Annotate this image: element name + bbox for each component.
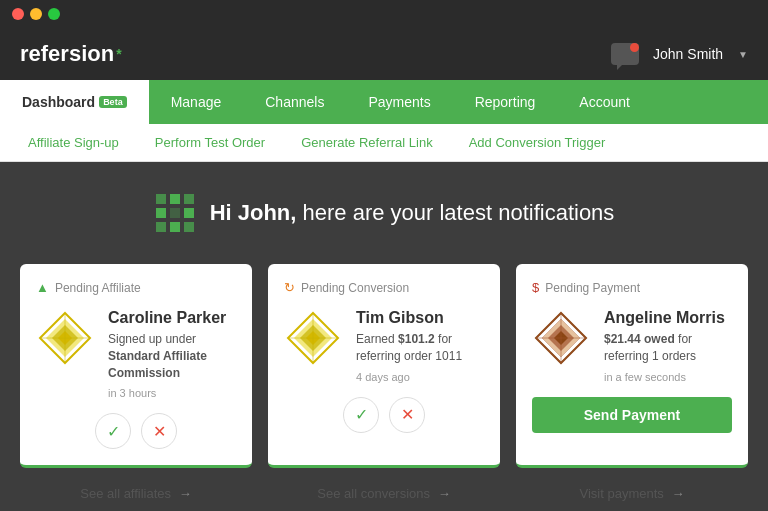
card-info-conversion: Tim Gibson Earned $101.2 for referring o… [356, 309, 484, 383]
send-payment-button[interactable]: Send Payment [532, 397, 732, 433]
card-type-conversion: Pending Conversion [301, 281, 409, 295]
card-body-conversion: Tim Gibson Earned $101.2 for referring o… [284, 309, 484, 383]
visit-payments-link[interactable]: Visit payments → [516, 486, 748, 501]
nav-payments-label: Payments [368, 94, 430, 110]
title-bar [0, 0, 768, 28]
svg-rect-2 [184, 194, 194, 204]
svg-rect-6 [156, 222, 166, 232]
nav-account-label: Account [579, 94, 630, 110]
reject-button[interactable]: ✕ [141, 413, 177, 449]
maximize-dot[interactable] [48, 8, 60, 20]
svg-rect-4 [170, 208, 180, 218]
subnav-conversion-trigger[interactable]: Add Conversion Trigger [451, 124, 624, 161]
conversion-time: 4 days ago [356, 371, 484, 383]
nav-item-channels[interactable]: Channels [243, 80, 346, 124]
arrow-icon-affiliates: → [179, 486, 192, 501]
chat-bubble [611, 43, 639, 65]
nav-reporting-label: Reporting [475, 94, 536, 110]
see-all-affiliates-link[interactable]: See all affiliates → [20, 486, 252, 501]
card-header-conversion: ↻ Pending Conversion [284, 280, 484, 295]
greeting-text: Hi John, here are your latest notificati… [210, 200, 615, 226]
chat-icon[interactable] [609, 40, 641, 68]
nav-item-reporting[interactable]: Reporting [453, 80, 558, 124]
card-type-affiliate: Pending Affiliate [55, 281, 141, 295]
card-header-payment: $ Pending Payment [532, 280, 732, 295]
user-name: John Smith [653, 46, 723, 62]
affiliate-time: in 3 hours [108, 387, 236, 399]
card-pending-affiliate: ▲ Pending Affiliate [20, 264, 252, 468]
avatar-caroline [36, 309, 94, 367]
svg-rect-8 [184, 222, 194, 232]
header-right: John Smith ▼ [609, 40, 748, 68]
conversion-name: Tim Gibson [356, 309, 484, 327]
card-header-affiliate: ▲ Pending Affiliate [36, 280, 236, 295]
refresh-icon: ↻ [284, 280, 295, 295]
nav-item-dashboard[interactable]: Dashboard Beta [0, 80, 149, 124]
nav-channels-label: Channels [265, 94, 324, 110]
svg-rect-3 [156, 208, 166, 218]
reject-conversion-button[interactable]: ✕ [389, 397, 425, 433]
nav-manage-label: Manage [171, 94, 222, 110]
main-nav: Dashboard Beta Manage Channels Payments … [0, 80, 768, 124]
nav-item-manage[interactable]: Manage [149, 80, 244, 124]
sub-nav: Affiliate Sign-up Perform Test Order Gen… [0, 124, 768, 162]
greeting-rest: here are your latest notifications [296, 200, 614, 225]
person-icon: ▲ [36, 280, 49, 295]
subnav-referral-link[interactable]: Generate Referral Link [283, 124, 451, 161]
header: refersion* John Smith ▼ [0, 28, 768, 80]
card-type-payment: Pending Payment [545, 281, 640, 295]
see-all-conversions-link[interactable]: See all conversions → [268, 486, 500, 501]
card-actions-affiliate: ✓ ✕ [36, 413, 236, 449]
beta-badge: Beta [99, 96, 127, 108]
approve-button[interactable]: ✓ [95, 413, 131, 449]
avatar-tim [284, 309, 342, 367]
payment-time: in a few seconds [604, 371, 732, 383]
close-dot[interactable] [12, 8, 24, 20]
cards-row: ▲ Pending Affiliate [20, 264, 748, 468]
logo[interactable]: refersion* [20, 41, 122, 67]
chevron-down-icon[interactable]: ▼ [738, 49, 748, 60]
minimize-dot[interactable] [30, 8, 42, 20]
nav-item-payments[interactable]: Payments [346, 80, 452, 124]
card-actions-conversion: ✓ ✕ [284, 397, 484, 433]
logo-text: refersion [20, 41, 114, 67]
nav-dashboard-label: Dashboard [22, 94, 95, 110]
arrow-icon-payments: → [671, 486, 684, 501]
avatar-angeline [532, 309, 590, 367]
payment-name: Angeline Morris [604, 309, 732, 327]
arrow-icon-conversions: → [438, 486, 451, 501]
conversion-desc: Earned $101.2 for referring order 1011 [356, 331, 484, 365]
svg-rect-5 [184, 208, 194, 218]
card-info-affiliate: Caroline Parker Signed up under Standard… [108, 309, 236, 399]
greeting-name: Hi John, [210, 200, 297, 225]
svg-rect-7 [170, 222, 180, 232]
payment-desc: $21.44 owed for referring 1 orders [604, 331, 732, 365]
approve-conversion-button[interactable]: ✓ [343, 397, 379, 433]
nav-item-account[interactable]: Account [557, 80, 652, 124]
dollar-icon: $ [532, 280, 539, 295]
subnav-test-order[interactable]: Perform Test Order [137, 124, 283, 161]
logo-star: * [116, 46, 121, 62]
affiliate-desc: Signed up under Standard Affiliate Commi… [108, 331, 236, 381]
card-info-payment: Angeline Morris $21.44 owed for referrin… [604, 309, 732, 383]
card-pending-payment: $ Pending Payment [516, 264, 748, 468]
card-pending-conversion: ↻ Pending Conversion Tim Gibson [268, 264, 500, 468]
footer-links: See all affiliates → See all conversions… [20, 486, 748, 501]
card-body-affiliate: Caroline Parker Signed up under Standard… [36, 309, 236, 399]
subnav-affiliate-signup[interactable]: Affiliate Sign-up [10, 124, 137, 161]
svg-rect-1 [170, 194, 180, 204]
greeting: Hi John, here are your latest notificati… [20, 192, 748, 234]
affiliate-name: Caroline Parker [108, 309, 236, 327]
chat-notification-dot [630, 43, 639, 52]
grid-icon [154, 192, 196, 234]
svg-rect-0 [156, 194, 166, 204]
main-content: Hi John, here are your latest notificati… [0, 162, 768, 511]
card-body-payment: Angeline Morris $21.44 owed for referrin… [532, 309, 732, 383]
